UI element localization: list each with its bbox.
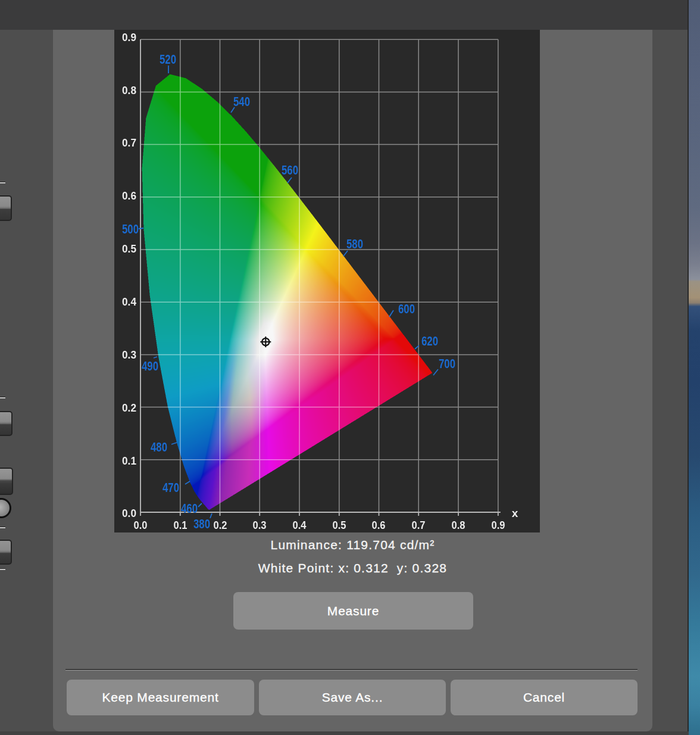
- svg-text:700: 700: [439, 356, 455, 371]
- svg-text:0.0: 0.0: [134, 519, 148, 531]
- svg-text:0.3: 0.3: [122, 348, 136, 361]
- svg-text:0.7: 0.7: [122, 136, 136, 149]
- svg-text:0.1: 0.1: [122, 454, 136, 467]
- svg-text:0.0: 0.0: [122, 507, 136, 519]
- svg-text:520: 520: [160, 52, 176, 67]
- svg-text:460: 460: [181, 501, 198, 516]
- svg-text:0.9: 0.9: [122, 31, 136, 43]
- svg-text:580: 580: [346, 236, 363, 251]
- svg-text:0.6: 0.6: [122, 189, 136, 202]
- svg-text:0.4: 0.4: [293, 519, 307, 531]
- svg-text:0.3: 0.3: [253, 519, 267, 531]
- svg-text:x: x: [512, 507, 518, 519]
- svg-text:0.5: 0.5: [122, 242, 136, 255]
- svg-text:0.4: 0.4: [122, 295, 136, 308]
- svg-text:500: 500: [122, 222, 139, 236]
- svg-text:0.2: 0.2: [214, 519, 227, 531]
- svg-text:0.5: 0.5: [333, 519, 346, 531]
- svg-text:0.7: 0.7: [412, 519, 426, 531]
- svg-text:600: 600: [398, 301, 415, 316]
- svg-text:560: 560: [282, 163, 298, 177]
- svg-text:0.6: 0.6: [372, 519, 386, 531]
- svg-text:0.9: 0.9: [492, 519, 505, 531]
- svg-text:470: 470: [162, 480, 179, 495]
- svg-text:380: 380: [193, 516, 210, 531]
- svg-text:0.8: 0.8: [452, 519, 465, 531]
- svg-text:490: 490: [142, 359, 158, 373]
- svg-text:0.2: 0.2: [122, 401, 136, 414]
- svg-text:620: 620: [421, 334, 438, 348]
- svg-text:540: 540: [233, 94, 250, 109]
- svg-text:0.1: 0.1: [174, 519, 188, 531]
- svg-text:480: 480: [151, 440, 167, 454]
- svg-text:0.8: 0.8: [122, 84, 136, 96]
